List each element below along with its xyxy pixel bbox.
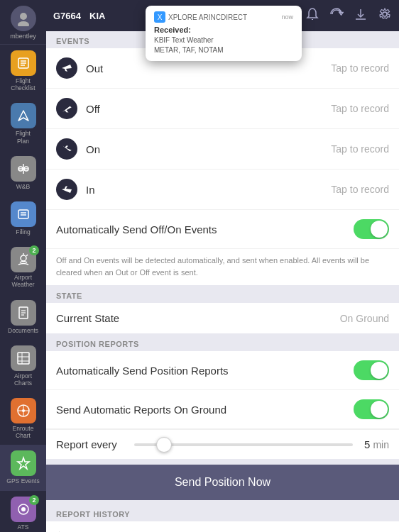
sidebar-item-label: ATS: [18, 523, 29, 531]
auto-send-label: Automatically Send Off/On Events: [56, 223, 354, 235]
state-header: STATE: [46, 286, 399, 303]
current-state-label: Current State: [56, 312, 340, 324]
gps-events-icon: [11, 450, 36, 476]
event-on-row[interactable]: On Tap to record: [46, 129, 399, 170]
sidebar-item-filing[interactable]: Filing: [0, 196, 46, 241]
documents-icon: [11, 300, 36, 326]
sidebar-item-flight-plan[interactable]: FlightPlan: [0, 97, 46, 150]
event-in-row[interactable]: In Tap to record: [46, 170, 399, 210]
send-position-button[interactable]: Send Position Now: [46, 465, 399, 500]
position-card: Automatically Send Position Reports Send…: [46, 351, 399, 459]
notification-popup[interactable]: X XPLORE ARINCDIRECT now Received: KBIF …: [146, 6, 302, 61]
report-every-value: 5: [360, 438, 370, 450]
scroll-content: EVENTS Out Tap to record Off Tap to reco…: [46, 31, 399, 532]
main-content: G7664 KIA est for Filing X XPLORE ARINCD…: [46, 0, 399, 532]
out-plane-icon: [56, 57, 77, 79]
airport-charts-icon: [11, 345, 36, 371]
sidebar-item-documents[interactable]: Documents: [0, 294, 46, 340]
sidebar-item-label: AirportCharts: [14, 372, 32, 387]
weather-badge: 2: [29, 245, 39, 255]
auto-send-row[interactable]: Automatically Send Off/On Events: [46, 210, 399, 249]
on-label: On: [86, 143, 331, 155]
sidebar-profile: mbentley: [0, 0, 46, 45]
send-on-ground-toggle[interactable]: [354, 399, 389, 419]
in-value: Tap to record: [331, 184, 389, 195]
sidebar: mbentley FlightChecklist FlightPlan W&B …: [0, 0, 46, 532]
refresh-icon[interactable]: [329, 7, 344, 25]
off-value: Tap to record: [331, 103, 389, 114]
sidebar-item-label: Documents: [8, 327, 38, 334]
on-plane-icon: [56, 138, 77, 160]
out-label: Out: [86, 62, 331, 74]
sidebar-item-airport-charts[interactable]: AirportCharts: [0, 340, 46, 392]
notif-app-icon: X: [154, 11, 165, 23]
in-plane-icon: [56, 179, 77, 200]
svg-point-29: [21, 507, 26, 511]
auto-send-position-row[interactable]: Automatically Send Position Reports: [46, 351, 399, 390]
notif-time: now: [281, 13, 293, 21]
sidebar-item-label: Filing: [16, 228, 30, 235]
position-header: POSITION REPORTS: [46, 334, 399, 351]
off-label: Off: [86, 103, 331, 115]
history-arrow-icon: ➤: [53, 528, 66, 532]
username-label: mbentley: [10, 33, 36, 40]
sidebar-item-wb[interactable]: W&B: [0, 150, 46, 196]
notif-body: KBIF Text Weather METAR, TAF, NOTAM: [154, 35, 293, 55]
sidebar-item-airport-weather[interactable]: 2 AirportWeather: [0, 241, 46, 294]
auto-send-toggle[interactable]: [354, 219, 389, 239]
out-value: Tap to record: [331, 62, 389, 74]
event-off-row[interactable]: Off Tap to record: [46, 89, 399, 129]
sidebar-item-label: GPS Events: [6, 477, 39, 484]
download-icon[interactable]: [354, 7, 368, 25]
svg-point-27: [22, 409, 25, 412]
settings-icon[interactable]: [378, 7, 392, 25]
kia-label: KIA: [89, 11, 105, 21]
sidebar-item-label: FlightPlan: [16, 130, 31, 144]
svg-rect-10: [18, 210, 28, 218]
enroute-chart-icon: [11, 398, 36, 423]
state-card: Current State On Ground: [46, 303, 399, 333]
svg-point-0: [20, 13, 27, 20]
history-card: ➤ 20:23:59 18 May 2017 (47.673, -122.336…: [46, 521, 399, 532]
notif-app-name: XPLORE ARINCDIRECT: [168, 13, 247, 21]
filing-icon: [11, 201, 36, 227]
wb-icon: [11, 156, 36, 182]
topbar-icons: [305, 7, 392, 25]
sidebar-item-gps-events[interactable]: GPS Events: [0, 445, 46, 490]
checklist-icon: [11, 50, 36, 76]
notification-header: X XPLORE ARINCDIRECT now: [154, 11, 293, 23]
off-plane-icon: [56, 98, 77, 119]
flight-id: G7664: [53, 11, 81, 21]
send-on-ground-label: Send Automatic Reports On Ground: [56, 404, 354, 416]
auto-send-position-toggle[interactable]: [354, 360, 389, 380]
sidebar-item-flight-checklist[interactable]: FlightChecklist: [0, 45, 46, 97]
sidebar-item-label: W&B: [16, 183, 30, 190]
history-header: REPORT HISTORY: [46, 504, 399, 521]
svg-line-15: [26, 255, 28, 256]
sidebar-item-enroute-chart[interactable]: EnrouteChart: [0, 392, 46, 445]
svg-point-36: [383, 12, 387, 16]
avatar: [11, 6, 36, 31]
notif-received-label: Received:: [154, 26, 293, 34]
svg-point-1: [18, 21, 29, 26]
in-label: In: [86, 184, 331, 196]
events-card: Out Tap to record Off Tap to record On T…: [46, 48, 399, 285]
flight-plan-icon: [11, 103, 36, 128]
events-info-text: Off and On events will be detected autom…: [46, 249, 399, 285]
sidebar-item-label: FlightChecklist: [11, 77, 35, 92]
auto-send-position-label: Automatically Send Position Reports: [56, 365, 354, 377]
report-every-label: Report every: [56, 438, 127, 450]
sidebar-item-ats[interactable]: 2 ATS: [0, 491, 46, 532]
ats-badge: 2: [29, 495, 39, 505]
svg-point-13: [21, 255, 26, 261]
current-state-row: Current State On Ground: [46, 303, 399, 333]
current-state-value: On Ground: [340, 313, 389, 324]
svg-rect-20: [18, 353, 29, 364]
report-every-row: Report every 5 min: [46, 429, 399, 459]
report-every-unit: min: [373, 439, 389, 450]
bell-icon[interactable]: [305, 7, 319, 25]
on-value: Tap to record: [331, 143, 389, 155]
report-every-slider-thumb[interactable]: [156, 437, 172, 453]
send-on-ground-row[interactable]: Send Automatic Reports On Ground: [46, 390, 399, 429]
sidebar-item-label: AirportWeather: [12, 274, 35, 288]
